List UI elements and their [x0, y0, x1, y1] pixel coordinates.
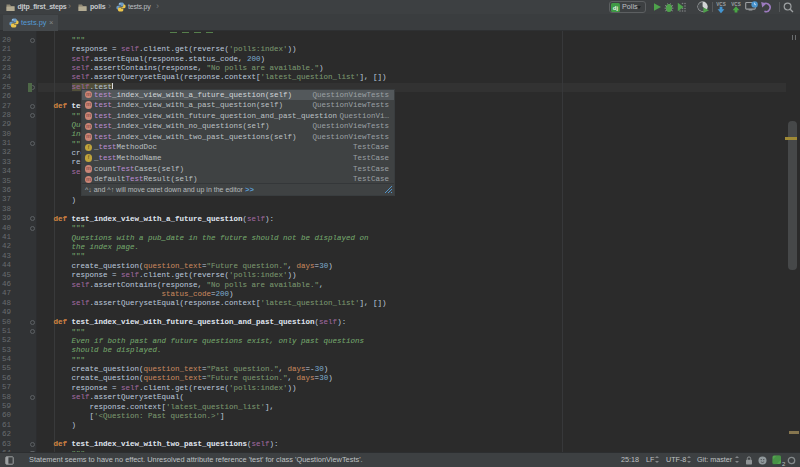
svg-text:VCS: VCS — [716, 1, 725, 6]
svg-text:dj: dj — [613, 5, 619, 11]
svg-text:VCS: VCS — [731, 1, 740, 6]
svg-text:2: 2 — [782, 461, 786, 467]
